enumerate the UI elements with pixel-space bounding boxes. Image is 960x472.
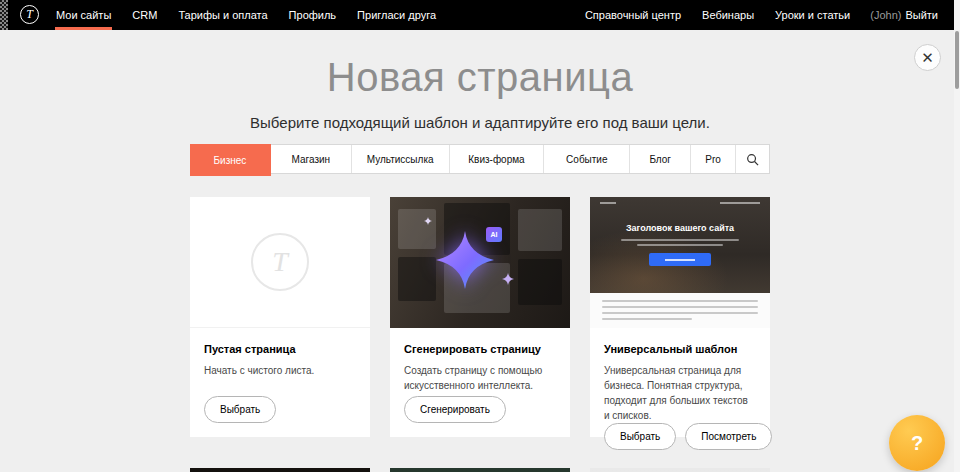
tab-multilink[interactable]: Мультиссылка [352, 145, 450, 173]
card-description: Универсальная страница для бизнеса. Поня… [604, 363, 756, 423]
user-name-label: (John) [870, 9, 901, 21]
card-title: Пустая страница [204, 343, 356, 355]
preview-tile [518, 259, 562, 305]
edge-checker-pattern [0, 0, 8, 30]
preview-tile [518, 209, 562, 251]
preview-cta-button [649, 253, 711, 266]
primary-nav: Мои сайты CRM Тарифы и оплата Профиль Пр… [55, 0, 456, 30]
tab-pro[interactable]: Pro [691, 145, 736, 173]
card-title: Универсальный шаблон [604, 343, 756, 355]
nav-item-invite-friend[interactable]: Пригласи друга [356, 0, 437, 30]
card-actions: Сгенерировать [404, 396, 556, 423]
logout-link[interactable]: Выйти [905, 9, 938, 21]
card-body: Сгенерировать страницу Создать страницу … [390, 328, 570, 437]
preview-heading: Заголовок вашего сайта [626, 223, 734, 233]
ai-badge: AI [486, 227, 502, 242]
tab-store[interactable]: Магазин [271, 145, 352, 173]
close-button[interactable]: ✕ [914, 44, 941, 71]
card-description: Создать страницу с помощью искусственног… [404, 363, 556, 393]
tab-business[interactable]: Бизнес [190, 144, 271, 176]
template-card-partial[interactable] [390, 468, 570, 472]
new-page-modal-screen: T Мои сайты CRM Тарифы и оплата Профиль … [0, 0, 960, 472]
tilda-watermark-icon: T [251, 233, 309, 291]
choose-button[interactable]: Выбрать [204, 396, 276, 423]
choose-button[interactable]: Выбрать [604, 423, 676, 450]
secondary-nav: Справочный центр Вебинары Уроки и статьи… [565, 0, 938, 30]
nav-item-profile[interactable]: Профиль [288, 0, 338, 30]
top-navigation-bar: T Мои сайты CRM Тарифы и оплата Профиль … [0, 0, 960, 30]
scrollbar-thumb[interactable] [955, 31, 959, 89]
preview-hero-section: Заголовок вашего сайта [590, 197, 770, 293]
template-card-blank-page: T Пустая страница Начать с чистого листа… [190, 197, 370, 437]
template-card-partial[interactable] [590, 468, 770, 472]
card-actions: Выбрать Посмотреть [604, 423, 756, 450]
preview-tile [398, 257, 436, 301]
view-button[interactable]: Посмотреть [685, 423, 772, 450]
small-sparkle-icon [424, 217, 432, 225]
tab-quiz-form[interactable]: Квиз-форма [450, 145, 545, 173]
nav-item-help-center[interactable]: Справочный центр [584, 6, 682, 24]
tab-search[interactable] [736, 145, 769, 173]
template-card-universal: Заголовок вашего сайта Универсальный шаб… [590, 197, 770, 437]
page-title: Новая страница [0, 54, 960, 100]
card-title: Сгенерировать страницу [404, 343, 556, 355]
page-scrollbar[interactable] [954, 0, 960, 472]
card-description: Начать с чистого листа. [204, 363, 356, 378]
card-actions: Выбрать [204, 396, 356, 423]
template-category-tabs: Бизнес Магазин Мультиссылка Квиз-форма С… [190, 144, 770, 174]
card-body: Пустая страница Начать с чистого листа. … [190, 328, 370, 437]
preview-tile [398, 209, 436, 249]
small-sparkle-icon [502, 273, 514, 285]
preview-nav-bars [600, 202, 760, 205]
preview-text-section [590, 293, 770, 328]
blank-template-preview: T [190, 197, 370, 328]
nav-item-lessons[interactable]: Уроки и статьи [774, 6, 851, 24]
search-icon [746, 153, 759, 166]
close-icon: ✕ [921, 49, 934, 67]
nav-item-plans[interactable]: Тарифы и оплата [177, 0, 268, 30]
template-cards-grid: T Пустая страница Начать с чистого листа… [190, 197, 770, 472]
ai-template-preview: AI [390, 197, 570, 328]
tab-blog[interactable]: Блог [630, 145, 691, 173]
tilda-logo-icon[interactable]: T [20, 5, 39, 24]
preview-text-line [637, 244, 723, 246]
nav-item-my-sites[interactable]: Мои сайты [55, 0, 112, 30]
universal-template-preview: Заголовок вашего сайта [590, 197, 770, 328]
nav-item-webinars[interactable]: Вебинары [701, 6, 755, 24]
card-body: Универсальный шаблон Универсальная стран… [590, 328, 770, 464]
template-card-partial[interactable] [190, 468, 370, 472]
question-mark-icon: ? [911, 432, 923, 455]
nav-item-crm[interactable]: CRM [131, 0, 158, 30]
tab-event[interactable]: Событие [544, 145, 630, 173]
generate-button[interactable]: Сгенерировать [404, 396, 506, 423]
page-subtitle: Выберите подходящий шаблон и адаптируйте… [0, 114, 960, 132]
help-button[interactable]: ? [889, 415, 945, 471]
template-card-ai-generate: AI Сгенерировать страницу Создать страни… [390, 197, 570, 437]
preview-text-line [621, 239, 739, 241]
